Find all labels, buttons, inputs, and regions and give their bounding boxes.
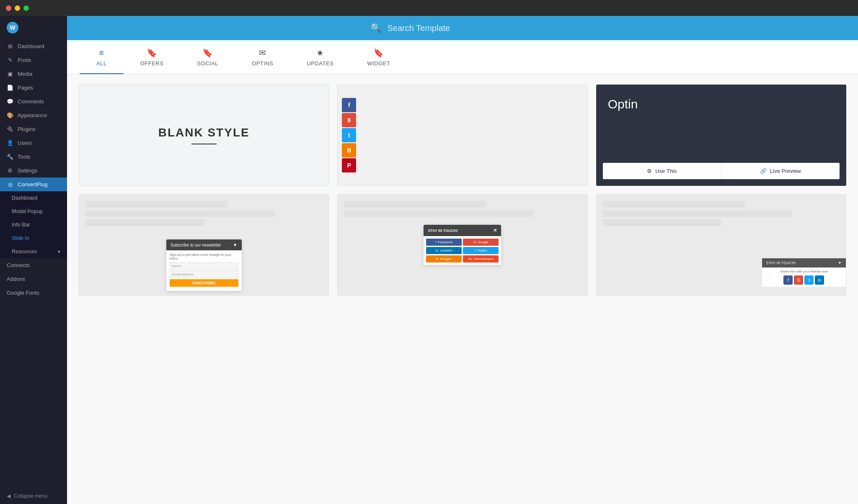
sidebar-item-label: Pages <box>18 85 33 91</box>
comments-icon: 💬 <box>7 98 13 105</box>
connects-label: Connects <box>7 262 30 268</box>
collapse-label: Collapse menu <box>14 493 47 499</box>
sidebar-item-users[interactable]: 👤 Users <box>0 136 67 150</box>
sidebar-item-tools[interactable]: 🔧 Tools <box>0 150 67 164</box>
posts-icon: ✎ <box>7 57 13 63</box>
category-tabs: ≡ ALL 🔖 OFFERS 🔖 SOCIAL ✉ OPTINS ★ UPDAT… <box>67 40 858 75</box>
template-card-sit-sidebar[interactable]: STAY IN TOUCH! ▼ Share this with your fr… <box>596 194 846 296</box>
dark-card-actions: ⚙ Use This 🔗 Live Preview <box>603 163 840 179</box>
tab-social-label: SOCIAL <box>197 60 218 67</box>
sidebar-item-comments[interactable]: 💬 Comments <box>0 95 67 108</box>
sidebar-item-label: ConvertPlug <box>18 181 48 188</box>
sidebar-item-pages[interactable]: 📄 Pages <box>0 81 67 95</box>
tab-widget-label: WIDGET <box>367 60 390 67</box>
tab-social[interactable]: 🔖 SOCIAL <box>180 40 235 74</box>
sidebar-item-label: Appearance <box>18 112 47 118</box>
use-this-btn-blank[interactable]: Use This <box>164 129 197 141</box>
sidebar-item-settings[interactable]: ⚙ Settings <box>0 164 67 177</box>
slide-in-label: Slide In <box>12 235 29 241</box>
sidebar-item-dashboard[interactable]: ⊞ Dashboard <box>0 39 67 53</box>
sidebar-item-addons[interactable]: Addons <box>0 272 67 286</box>
appearance-icon: 🎨 <box>7 112 13 118</box>
sidebar-item-label: Plugins <box>18 126 36 132</box>
addons-label: Addons <box>7 276 25 282</box>
use-this-btn-social[interactable]: Use This <box>422 129 455 141</box>
dark-card-header: Optin <box>596 85 846 120</box>
convertplug-submenu: Dashboard Modal Popup Info Bar Slide In … <box>0 191 67 258</box>
collapse-menu-button[interactable]: ◀ Collapse menu <box>0 488 67 504</box>
minimize-button[interactable] <box>15 5 20 11</box>
tab-offers[interactable]: 🔖 OFFERS <box>124 40 181 74</box>
sidebar: W ⊞ Dashboard ✎ Posts ▣ Media 📄 Pages 💬 … <box>0 16 67 504</box>
link-icon: 🔗 <box>760 168 767 174</box>
sidebar-item-label: Users <box>18 140 32 146</box>
sidebar-logo: W <box>0 16 67 39</box>
tab-optins[interactable]: ✉ OPTINS <box>235 40 290 74</box>
live-preview-btn-blank[interactable]: Live Preview <box>202 129 244 141</box>
sidebar-item-connects[interactable]: Connects <box>0 258 67 272</box>
template-card-blank[interactable]: BLANK STYLE Use This Live Preview <box>79 85 329 186</box>
tab-updates-label: UPDATES <box>307 60 333 67</box>
title-bar <box>0 0 858 16</box>
settings-icon: ⚙ <box>7 167 13 174</box>
template-card-optin[interactable]: Optin ⚙ Use This 🔗 Live Preview <box>596 85 846 186</box>
pages-icon: 📄 <box>7 85 13 91</box>
users-icon: 👤 <box>7 140 13 146</box>
live-preview-btn-newsletter[interactable]: Live Preview <box>202 239 244 251</box>
sidebar-item-label: Media <box>18 71 32 77</box>
use-this-label: Use This <box>655 168 677 174</box>
live-preview-btn-sit-sidebar[interactable]: Live Preview <box>719 239 761 251</box>
sidebar-item-modal-popup[interactable]: Modal Popup <box>0 205 67 218</box>
search-bar: 🔍 <box>67 16 858 40</box>
maximize-button[interactable] <box>23 5 29 11</box>
modal-popup-label: Modal Popup <box>12 208 43 214</box>
tab-widget[interactable]: 🔖 WIDGET <box>350 40 407 74</box>
use-this-btn-sit-sidebar[interactable]: Use This <box>681 239 714 251</box>
sidebar-item-slide-in[interactable]: Slide In <box>0 231 67 245</box>
gear-icon: ⚙ <box>647 168 652 174</box>
convertplug-icon: ◎ <box>7 181 13 188</box>
sidebar-item-label: Settings <box>18 167 37 174</box>
resources-label: Resources <box>12 249 37 255</box>
collapse-icon: ◀ <box>7 493 10 499</box>
plugins-icon: 🔌 <box>7 126 13 132</box>
sidebar-item-label: Comments <box>18 98 44 105</box>
template-card-newsletter[interactable]: Subscribe to our newsletter ▼ Sign-up to… <box>79 194 329 296</box>
sidebar-item-posts[interactable]: ✎ Posts <box>0 53 67 67</box>
dashboard-icon: ⊞ <box>7 43 13 49</box>
template-card-social[interactable]: f 8 t B P Use This Live Preview <box>337 85 587 186</box>
tools-icon: 🔧 <box>7 154 13 160</box>
live-preview-btn-social[interactable]: Live Preview <box>461 129 503 141</box>
sidebar-item-info-bar[interactable]: Info Bar <box>0 218 67 231</box>
sidebar-item-convertplug[interactable]: ◎ ConvertPlug <box>0 177 67 191</box>
template-card-sit[interactable]: STAY IN TOUCH! ✕ f Facebook G <box>337 194 587 296</box>
offers-icon: 🔖 <box>147 48 158 58</box>
sidebar-item-cp-dashboard[interactable]: Dashboard <box>0 191 67 205</box>
optins-icon: ✉ <box>259 48 266 58</box>
tab-updates[interactable]: ★ UPDATES <box>290 40 350 74</box>
use-this-btn-sit[interactable]: Use This <box>422 239 455 251</box>
sidebar-item-resources[interactable]: Resources ▾ <box>0 245 67 258</box>
sidebar-item-appearance[interactable]: 🎨 Appearance <box>0 108 67 122</box>
live-preview-btn-sit[interactable]: Live Preview <box>461 239 503 251</box>
dark-card-title: Optin <box>608 97 835 111</box>
updates-icon: ★ <box>316 48 324 58</box>
all-icon: ≡ <box>99 48 104 58</box>
sidebar-item-google-fonts[interactable]: Google Fonts <box>0 286 67 300</box>
search-input[interactable] <box>388 23 555 33</box>
live-preview-btn-optin[interactable]: 🔗 Live Preview <box>721 163 840 179</box>
info-bar-label: Info Bar <box>12 222 30 228</box>
use-this-btn-optin[interactable]: ⚙ Use This <box>603 163 721 179</box>
dark-card-body <box>596 120 846 156</box>
sidebar-item-label: Tools <box>18 154 30 160</box>
sidebar-item-plugins[interactable]: 🔌 Plugins <box>0 122 67 136</box>
search-icon: 🔍 <box>370 23 382 33</box>
tab-offers-label: OFFERS <box>140 60 164 67</box>
social-icon: 🔖 <box>202 48 213 58</box>
tab-all[interactable]: ≡ ALL <box>80 41 124 74</box>
use-this-btn-newsletter[interactable]: Use This <box>164 239 197 251</box>
live-preview-label: Live Preview <box>770 168 801 174</box>
main-content: 🔍 ≡ ALL 🔖 OFFERS 🔖 SOCIAL ✉ OPTINS ★ <box>67 16 858 504</box>
sidebar-item-media[interactable]: ▣ Media <box>0 67 67 81</box>
close-button[interactable] <box>6 5 11 11</box>
